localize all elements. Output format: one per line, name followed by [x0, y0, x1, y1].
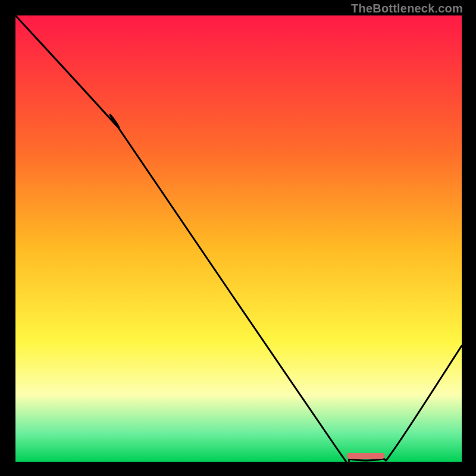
- optimal-marker: [347, 453, 385, 459]
- plot-area: [15, 15, 462, 462]
- attribution-text: TheBottleneck.com: [351, 2, 463, 15]
- gradient-background: [15, 15, 462, 462]
- bottleneck-chart: [15, 15, 462, 462]
- chart-frame: { "attribution": "TheBottleneck.com", "c…: [0, 0, 476, 476]
